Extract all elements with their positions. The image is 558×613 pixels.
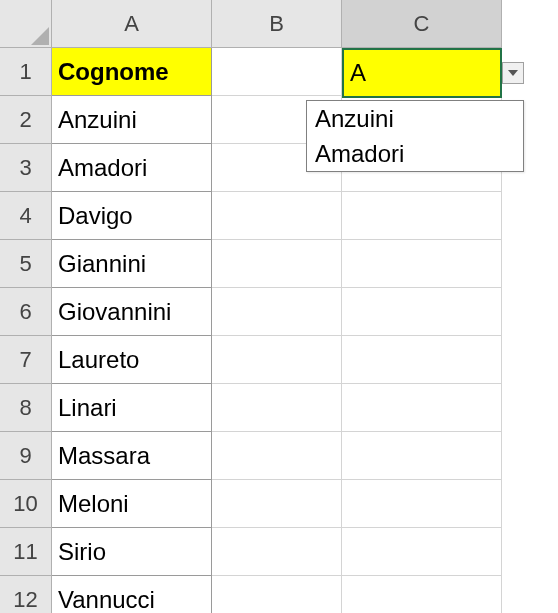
active-cell-c2[interactable]: A [342, 48, 502, 98]
row-header-12[interactable]: 12 [0, 576, 52, 613]
cell-a8[interactable]: Linari [52, 384, 212, 432]
row-header-11[interactable]: 11 [0, 528, 52, 576]
cell-a4[interactable]: Davigo [52, 192, 212, 240]
cell-c10[interactable] [342, 480, 502, 528]
cell-a10[interactable]: Meloni [52, 480, 212, 528]
row-header-10[interactable]: 10 [0, 480, 52, 528]
select-all-corner[interactable] [0, 0, 52, 48]
column-header-c[interactable]: C [342, 0, 502, 48]
chevron-down-icon [508, 70, 518, 76]
dropdown-item[interactable]: Anzuini [307, 101, 523, 136]
row-header-8[interactable]: 8 [0, 384, 52, 432]
cell-c7[interactable] [342, 336, 502, 384]
row-header-7[interactable]: 7 [0, 336, 52, 384]
cell-a3[interactable]: Amadori [52, 144, 212, 192]
cell-c9[interactable] [342, 432, 502, 480]
row-header-2[interactable]: 2 [0, 96, 52, 144]
cell-c4[interactable] [342, 192, 502, 240]
select-all-triangle-icon [31, 27, 49, 45]
column-header-b[interactable]: B [212, 0, 342, 48]
row-header-3[interactable]: 3 [0, 144, 52, 192]
cell-b4[interactable] [212, 192, 342, 240]
column-header-a[interactable]: A [52, 0, 212, 48]
cell-c12[interactable] [342, 576, 502, 613]
cell-a9[interactable]: Massara [52, 432, 212, 480]
active-cell-value: A [350, 59, 366, 87]
cell-c8[interactable] [342, 384, 502, 432]
cell-a1[interactable]: Cognome [52, 48, 212, 96]
cell-b7[interactable] [212, 336, 342, 384]
cell-a12[interactable]: Vannucci [52, 576, 212, 613]
cell-a6[interactable]: Giovannini [52, 288, 212, 336]
row-header-6[interactable]: 6 [0, 288, 52, 336]
cell-a5[interactable]: Giannini [52, 240, 212, 288]
cell-b8[interactable] [212, 384, 342, 432]
cell-c5[interactable] [342, 240, 502, 288]
dropdown-list: Anzuini Amadori [306, 100, 524, 172]
row-header-1[interactable]: 1 [0, 48, 52, 96]
row-header-9[interactable]: 9 [0, 432, 52, 480]
svg-marker-0 [508, 70, 518, 76]
cell-b1[interactable] [212, 48, 342, 96]
row-header-4[interactable]: 4 [0, 192, 52, 240]
dropdown-button[interactable] [502, 62, 524, 84]
cell-c6[interactable] [342, 288, 502, 336]
cell-b10[interactable] [212, 480, 342, 528]
cell-a7[interactable]: Laureto [52, 336, 212, 384]
cell-b9[interactable] [212, 432, 342, 480]
cell-a2[interactable]: Anzuini [52, 96, 212, 144]
cell-b6[interactable] [212, 288, 342, 336]
cell-b11[interactable] [212, 528, 342, 576]
row-header-5[interactable]: 5 [0, 240, 52, 288]
cell-b5[interactable] [212, 240, 342, 288]
dropdown-item[interactable]: Amadori [307, 136, 523, 171]
cell-c11[interactable] [342, 528, 502, 576]
cell-a11[interactable]: Sirio [52, 528, 212, 576]
cell-b12[interactable] [212, 576, 342, 613]
